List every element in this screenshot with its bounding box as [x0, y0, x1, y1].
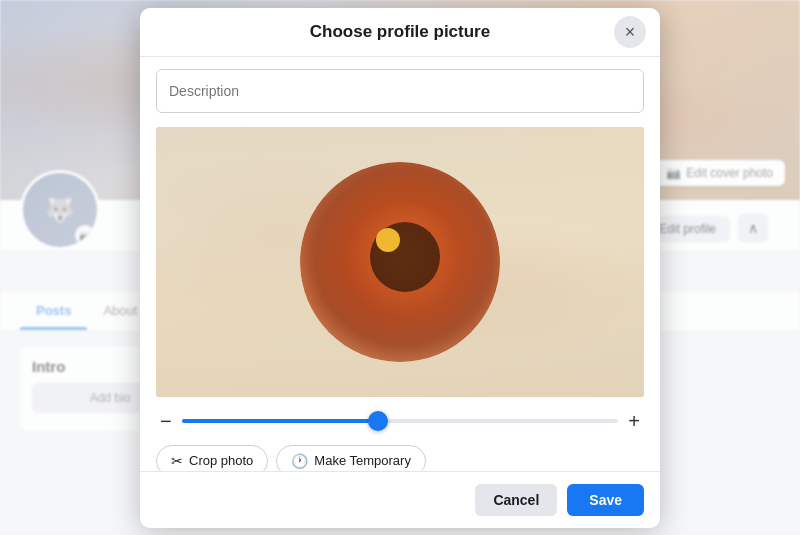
crop-circle[interactable] [300, 162, 500, 362]
zoom-slider-track[interactable] [182, 419, 619, 423]
cancel-button[interactable]: Cancel [475, 484, 557, 516]
crop-area [156, 127, 644, 397]
zoom-slider-container: − + [156, 411, 644, 431]
close-button[interactable]: × [614, 16, 646, 48]
crop-circle-inner [300, 162, 500, 362]
make-temporary-button[interactable]: 🕐 Make Temporary [276, 445, 426, 471]
slider-thumb[interactable] [368, 411, 388, 431]
choose-profile-picture-modal: Choose profile picture × [140, 8, 660, 528]
save-button[interactable]: Save [567, 484, 644, 516]
crop-actions: ✂ Crop photo 🕐 Make Temporary [156, 445, 644, 471]
description-input[interactable] [156, 69, 644, 113]
zoom-out-button[interactable]: − [160, 411, 172, 431]
crop-icon: ✂ [171, 453, 183, 469]
modal-title: Choose profile picture [310, 22, 490, 42]
slider-fill [182, 419, 378, 423]
clock-icon: 🕐 [291, 453, 308, 469]
modal-footer: Cancel Save [140, 471, 660, 528]
zoom-in-button[interactable]: + [628, 411, 640, 431]
crop-photo-button[interactable]: ✂ Crop photo [156, 445, 268, 471]
modal-body: − + ✂ Crop photo 🕐 Make Temporary [140, 57, 660, 471]
modal-header: Choose profile picture × [140, 8, 660, 57]
modal-overlay: Choose profile picture × [0, 0, 800, 535]
